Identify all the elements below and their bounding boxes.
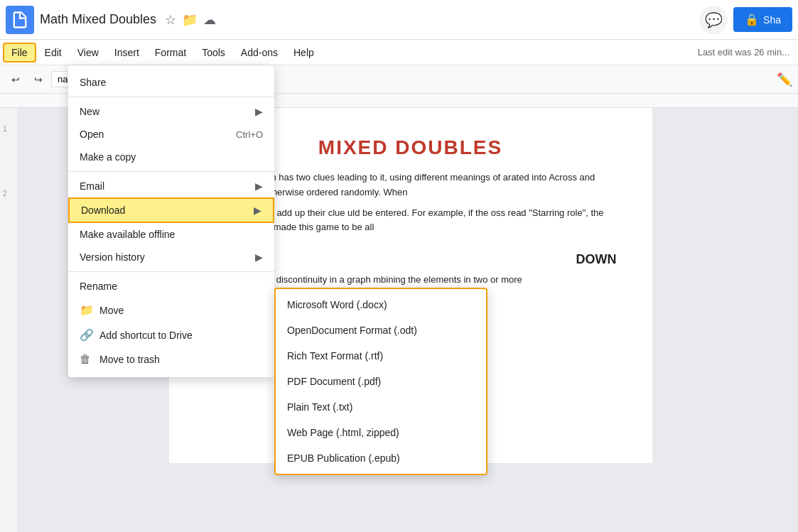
share-menu-label: Share	[80, 77, 263, 88]
new-arrow: ▶	[255, 106, 263, 117]
email-arrow: ▶	[255, 180, 263, 192]
file-menu-share[interactable]: Share	[68, 71, 274, 94]
top-bar: Math Mixed Doubles ☆ 📁 ☁ 💬 🔒 Sha	[0, 0, 798, 40]
shortcut-icon: 🔗	[80, 328, 94, 342]
page-num-2: 2	[3, 190, 17, 197]
download-html-label: Web Page (.html, zipped)	[287, 427, 399, 438]
file-menu-open[interactable]: Open Ctrl+O	[68, 123, 274, 146]
file-menu-add-shortcut[interactable]: 🔗 Add shortcut to Drive	[68, 322, 274, 347]
rename-label: Rename	[80, 281, 263, 292]
email-label: Email	[80, 180, 255, 192]
download-docx[interactable]: Microsoft Word (.docx)	[276, 292, 486, 317]
download-txt[interactable]: Plain Text (.txt)	[276, 394, 486, 420]
download-docx-label: Microsoft Word (.docx)	[287, 299, 387, 310]
file-menu-version-history[interactable]: Version history ▶	[68, 246, 274, 268]
file-menu-section-rename: Rename 📁 Move 🔗 Add shortcut to Drive 🗑 …	[68, 272, 274, 374]
file-menu-dropdown: Share New ▶ Open Ctrl+O Make a copy Emai…	[68, 65, 274, 377]
share-button[interactable]: 🔒 Sha	[733, 7, 792, 32]
undo-button[interactable]: ↩	[6, 71, 26, 88]
new-label: New	[80, 106, 255, 117]
download-submenu: Microsoft Word (.docx) OpenDocument Form…	[274, 288, 487, 475]
cloud-icon[interactable]: ☁	[203, 12, 216, 28]
open-label: Open	[80, 129, 236, 140]
add-shortcut-label: Add shortcut to Drive	[99, 330, 263, 341]
menu-edit[interactable]: Edit	[38, 44, 69, 61]
docs-icon	[10, 10, 30, 30]
page-num-1: 1	[3, 125, 17, 133]
file-menu-move-trash[interactable]: 🗑 Move to trash	[68, 347, 274, 371]
menu-help[interactable]: Help	[286, 44, 321, 61]
version-history-label: Version history	[80, 251, 255, 263]
folder-icon[interactable]: 📁	[182, 12, 198, 28]
download-epub[interactable]: EPUB Publication (.epub)	[276, 445, 486, 471]
menu-view[interactable]: View	[70, 44, 106, 61]
chat-button[interactable]: 💬	[699, 6, 728, 34]
menu-addons[interactable]: Add-ons	[234, 44, 285, 61]
menu-insert[interactable]: Insert	[107, 44, 146, 61]
title-icons: ☆ 📁 ☁	[165, 12, 216, 28]
make-offline-label: Make available offline	[80, 229, 263, 240]
file-menu-move[interactable]: 📁 Move	[68, 298, 274, 322]
move-trash-label: Move to trash	[99, 354, 263, 365]
menu-file[interactable]: File	[3, 43, 36, 63]
file-menu-make-offline[interactable]: Make available offline	[68, 223, 274, 246]
file-menu-make-copy[interactable]: Make a copy	[68, 146, 274, 168]
download-odt[interactable]: OpenDocument Format (.odt)	[276, 317, 486, 343]
top-bar-right: 💬 🔒 Sha	[699, 6, 792, 34]
download-rtf-label: Rich Text Format (.rtf)	[287, 350, 383, 362]
download-label: Download	[81, 205, 254, 216]
menu-format[interactable]: Format	[148, 44, 193, 61]
download-rtf[interactable]: Rich Text Format (.rtf)	[276, 343, 486, 369]
download-odt-label: OpenDocument Format (.odt)	[287, 325, 417, 336]
download-pdf-label: PDF Document (.pdf)	[287, 376, 381, 387]
download-html[interactable]: Web Page (.html, zipped)	[276, 420, 486, 445]
page-numbers: 1 2	[0, 108, 17, 532]
move-label: Move	[99, 305, 263, 316]
file-menu-section-new: New ▶ Open Ctrl+O Make a copy	[68, 97, 274, 172]
download-epub-label: EPUB Publication (.epub)	[287, 452, 400, 464]
star-icon[interactable]: ☆	[165, 12, 176, 28]
last-edit-label: Last edit was 26 min...	[698, 47, 795, 58]
lock-icon: 🔒	[745, 13, 759, 26]
file-menu-section-download: Email ▶ Download ▶ Make available offlin…	[68, 172, 274, 272]
open-shortcut: Ctrl+O	[236, 129, 263, 140]
app-icon[interactable]	[6, 6, 34, 34]
download-txt-label: Plain Text (.txt)	[287, 401, 352, 413]
menu-bar: File Edit View Insert Format Tools Add-o…	[0, 40, 798, 65]
download-pdf[interactable]: PDF Document (.pdf)	[276, 369, 486, 394]
share-label: Sha	[763, 14, 781, 26]
move-icon: 📁	[80, 303, 94, 317]
edit-mode-icon[interactable]: ✏️	[777, 72, 792, 87]
trash-icon: 🗑	[80, 353, 94, 366]
file-menu-new[interactable]: New ▶	[68, 100, 274, 123]
menu-tools[interactable]: Tools	[195, 44, 232, 61]
file-menu-email[interactable]: Email ▶	[68, 175, 274, 197]
file-menu-rename[interactable]: Rename	[68, 275, 274, 298]
file-menu-download[interactable]: Download ▶	[68, 197, 274, 223]
download-arrow: ▶	[254, 205, 261, 216]
file-menu-section-share: Share	[68, 68, 274, 97]
make-copy-label: Make a copy	[80, 151, 263, 163]
document-title: Math Mixed Doubles	[40, 12, 156, 27]
redo-button[interactable]: ↪	[28, 71, 48, 88]
version-history-arrow: ▶	[255, 251, 263, 263]
